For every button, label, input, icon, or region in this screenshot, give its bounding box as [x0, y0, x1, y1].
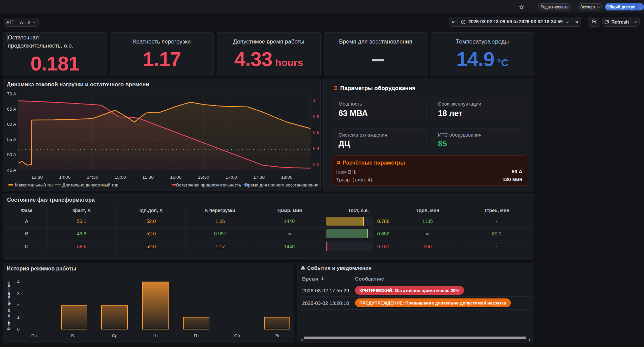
- svg-text:14:30: 14:30: [87, 175, 98, 180]
- svg-text:60 A: 60 A: [7, 122, 16, 127]
- svg-text:55 A: 55 A: [7, 137, 16, 142]
- svg-text:14:00: 14:00: [59, 175, 70, 180]
- svg-text:Время для полного восстановлен: Время для полного восстановления: [245, 182, 318, 187]
- svg-text:45 A: 45 A: [7, 168, 16, 173]
- svg-text:15:00: 15:00: [115, 175, 126, 180]
- svg-text:Пн: Пн: [31, 333, 37, 338]
- svg-text:16:30: 16:30: [198, 175, 209, 180]
- svg-text:3: 3: [17, 291, 20, 296]
- svg-text:Пт: Пт: [194, 333, 199, 338]
- svg-text:1: 1: [17, 315, 20, 320]
- svg-text:0.6: 0.6: [313, 130, 319, 135]
- svg-text:15:30: 15:30: [142, 175, 154, 180]
- svg-text:17:30: 17:30: [253, 175, 265, 180]
- svg-text:0.8: 0.8: [313, 114, 319, 119]
- svg-text:Чт: Чт: [153, 333, 158, 338]
- svg-text:17:00: 17:00: [226, 175, 237, 180]
- svg-text:4: 4: [17, 279, 20, 284]
- svg-text:Остаточная продолжительность: Остаточная продолжительность: [176, 182, 241, 187]
- svg-text:16:00: 16:00: [170, 175, 181, 180]
- svg-text:Длительно допустимый ток: Длительно допустимый ток: [62, 182, 118, 187]
- svg-text:50 A: 50 A: [7, 152, 16, 157]
- svg-text:Вс: Вс: [275, 333, 281, 338]
- svg-text:13:30: 13:30: [31, 175, 43, 180]
- svg-text:Максимальный ток: Максимальный ток: [15, 182, 54, 187]
- svg-text:2: 2: [17, 303, 20, 308]
- svg-text:Ср: Ср: [112, 333, 118, 338]
- svg-text:70 A: 70 A: [7, 91, 16, 96]
- svg-text:65 A: 65 A: [7, 107, 16, 112]
- svg-text:18:00: 18:00: [281, 175, 293, 180]
- svg-text:1: 1: [313, 98, 316, 103]
- svg-text:0.2: 0.2: [313, 162, 319, 167]
- svg-text:Сб: Сб: [234, 333, 240, 338]
- svg-text:Вт: Вт: [71, 333, 76, 338]
- svg-text:0: 0: [17, 327, 20, 332]
- svg-text:0.4: 0.4: [313, 146, 319, 151]
